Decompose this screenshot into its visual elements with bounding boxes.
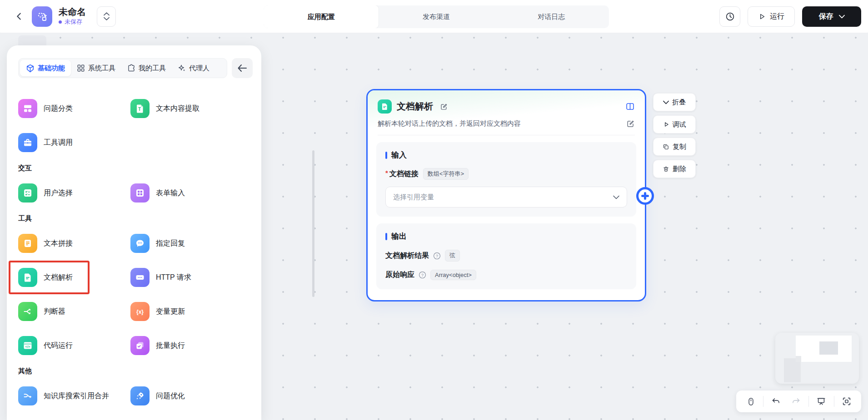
node-header: 文档解析 解析本轮对话上传的文档，并返回对应文档内容 xyxy=(368,90,645,135)
back-button[interactable] xyxy=(13,10,25,23)
library-item-question-optimize[interactable]: 问题优化 xyxy=(130,386,261,405)
action-label: 调试 xyxy=(673,120,686,129)
action-label: 折叠 xyxy=(672,98,686,107)
fit-view-button[interactable] xyxy=(839,394,854,409)
text-concat-icon xyxy=(18,234,37,253)
panel-scrollbar[interactable] xyxy=(312,150,314,297)
redo-button[interactable] xyxy=(788,394,804,409)
output-field-row: 原始响应 ? Array<object> xyxy=(385,270,627,280)
tab-chat-logs[interactable]: 对话日志 xyxy=(494,5,609,28)
library-item-label: 问题优化 xyxy=(156,391,185,401)
tab-publish-channels[interactable]: 发布渠道 xyxy=(379,5,494,28)
history-button[interactable] xyxy=(719,6,740,27)
output-section: 输出 文档解析结果 ? 弦 原始响应 ? Array<object> xyxy=(376,223,636,289)
reference-variable-select[interactable]: 选择引用变量 xyxy=(385,187,627,208)
output-field-row: 文档解析结果 ? 弦 xyxy=(385,250,627,262)
section-bar xyxy=(385,233,387,240)
chevron-left-icon xyxy=(14,11,24,21)
output-field-label: 原始响应 xyxy=(385,270,414,280)
action-label: 复制 xyxy=(673,143,686,151)
delete-node-button[interactable]: 删除 xyxy=(653,160,696,178)
tab-agents[interactable]: 代理人 xyxy=(172,60,215,76)
library-item-user-select[interactable]: 用户选择 xyxy=(18,183,130,203)
presentation-button[interactable] xyxy=(813,394,829,409)
output-field-label: 文档解析结果 xyxy=(385,251,429,261)
cube-icon xyxy=(26,64,35,73)
tab-label: 我的工具 xyxy=(139,64,166,73)
collapse-node-button[interactable]: 折叠 xyxy=(653,93,696,111)
edit-description-button[interactable] xyxy=(626,119,635,128)
section-header-tools: 工具 xyxy=(18,214,261,223)
copy-icon xyxy=(663,143,669,150)
output-type-badge: 弦 xyxy=(445,250,460,262)
workflow-editor: 未命名 未保存 应用配置 发布渠道 对话日志 xyxy=(0,0,868,420)
library-item-label: 工具调用 xyxy=(44,138,73,148)
status-dot-icon xyxy=(59,20,62,24)
chevron-down-icon xyxy=(839,15,845,19)
library-item-label: 文本内容提取 xyxy=(156,104,200,114)
svg-text:{x}: {x} xyxy=(136,309,144,315)
play-icon xyxy=(663,121,669,128)
library-item-label: HTTP 请求 xyxy=(156,273,191,282)
doc-parse-node[interactable]: 文档解析 解析本轮对话上传的文档，并返回对应文档内容 输入 xyxy=(366,89,646,301)
reply-icon xyxy=(130,234,150,253)
collapse-panel-button[interactable] xyxy=(232,58,253,78)
chevron-up-icon xyxy=(104,12,110,16)
add-next-node-button[interactable] xyxy=(636,187,654,205)
mouse-icon xyxy=(746,397,756,406)
help-icon[interactable]: ? xyxy=(419,271,426,279)
library-item-label: 知识库搜索引用合并 xyxy=(44,391,109,401)
library-item-tool-call[interactable]: 工具调用 xyxy=(18,133,130,152)
split-view-button[interactable] xyxy=(625,102,635,111)
trash-icon xyxy=(663,166,669,173)
library-tabstrip: 基础功能 系统工具 我的工具 xyxy=(18,58,227,78)
library-item-variable-update[interactable]: {x} 变量更新 xyxy=(130,302,261,321)
node-description: 解析本轮对话上传的文档，并返回对应文档内容 xyxy=(378,119,626,128)
library-item-batch-run[interactable]: 批量执行 xyxy=(130,336,261,355)
save-button[interactable]: 保存 xyxy=(802,6,861,27)
section-header-others: 其他 xyxy=(18,367,261,376)
debug-node-button[interactable]: 调试 xyxy=(653,115,696,133)
tab-system-tools[interactable]: 系统工具 xyxy=(71,60,121,76)
required-asterisk: * xyxy=(385,169,388,177)
tab-basic-functions[interactable]: 基础功能 xyxy=(20,60,71,76)
chevron-down-icon xyxy=(663,100,669,104)
library-item-text-concat[interactable]: 文本拼接 xyxy=(18,234,130,253)
undo-button[interactable] xyxy=(768,394,784,409)
minimap[interactable] xyxy=(775,333,859,384)
tab-my-tools[interactable]: 我的工具 xyxy=(121,60,172,76)
library-item-kb-merge[interactable]: 知识库搜索引用合并 xyxy=(18,386,130,405)
code-icon: </> xyxy=(18,336,37,355)
run-button-label: 运行 xyxy=(770,12,784,21)
topbar: 未命名 未保存 应用配置 发布渠道 对话日志 xyxy=(0,0,868,33)
text-extract-icon: T xyxy=(130,99,150,118)
tab-app-config[interactable]: 应用配置 xyxy=(264,5,379,28)
user-select-icon xyxy=(18,183,37,203)
action-label: 删除 xyxy=(673,165,686,173)
app-switcher-button[interactable] xyxy=(97,6,116,27)
library-item-code-run[interactable]: </> 代码运行 xyxy=(18,336,130,355)
edit-title-button[interactable] xyxy=(440,103,448,111)
clock-icon xyxy=(725,11,735,22)
http-icon xyxy=(130,268,150,287)
library-item-doc-parse[interactable]: 文档解析 xyxy=(18,268,130,287)
library-item-specified-reply[interactable]: 指定回复 xyxy=(130,234,261,253)
section-header-interaction: 交互 xyxy=(18,164,261,173)
library-item-condition[interactable]: 判断器 xyxy=(18,302,130,321)
library-item-http-request[interactable]: HTTP 请求 xyxy=(130,268,261,287)
copy-node-button[interactable]: 复制 xyxy=(653,138,696,156)
library-item-label: 变量更新 xyxy=(156,307,185,316)
node-title: 文档解析 xyxy=(397,100,433,113)
pointer-mode-button[interactable] xyxy=(743,394,758,409)
library-item-form-input[interactable]: 表单输入 xyxy=(130,183,261,203)
doc-parse-icon xyxy=(18,268,37,287)
library-item-question-classify[interactable]: 问题分类 xyxy=(18,99,130,118)
input-heading: 输入 xyxy=(391,150,407,160)
library-item-text-extract[interactable]: T 文本内容提取 xyxy=(130,99,261,118)
help-icon[interactable]: ? xyxy=(433,252,441,260)
presentation-icon xyxy=(816,396,826,406)
run-button[interactable]: 运行 xyxy=(748,6,795,27)
input-section: 输入 * 文档链接 数组<字符串> 选择引用变量 xyxy=(376,142,636,217)
param-type-badge: 数组<字符串> xyxy=(423,168,469,180)
node-action-menu: 折叠 调试 复制 删除 xyxy=(653,93,696,178)
